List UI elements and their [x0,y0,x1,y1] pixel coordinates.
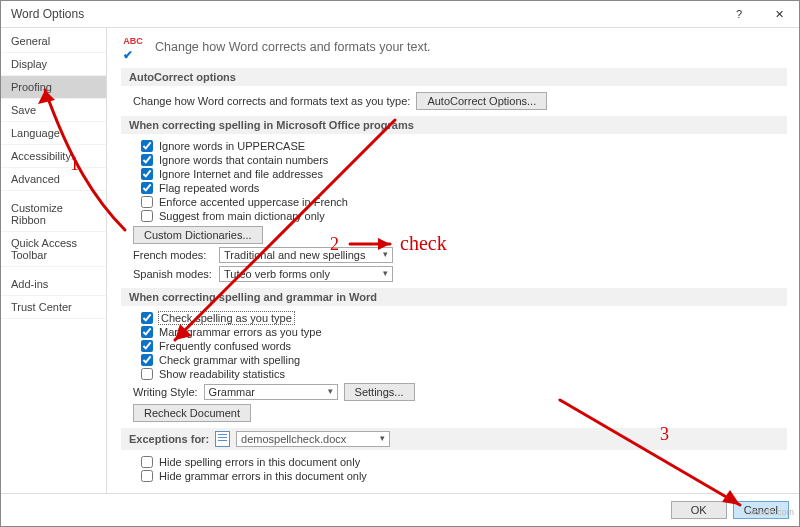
category-sidebar: General Display Proofing Save Language A… [1,28,107,493]
sidebar-item-trust-center[interactable]: Trust Center [1,296,106,319]
autocorrect-text: Change how Word corrects and formats tex… [133,95,410,107]
section-autocorrect: AutoCorrect options [121,68,787,86]
cb-check-grammar-spelling[interactable] [141,354,153,366]
writing-style-label: Writing Style: [133,386,198,398]
sidebar-item-language[interactable]: Language [1,122,106,145]
sidebar-item-customize-ribbon[interactable]: Customize Ribbon [1,197,106,232]
spanish-modes-label: Spanish modes: [133,268,213,280]
section-exceptions: Exceptions for: demospellcheck.docx [121,428,787,450]
section-word-spelling: When correcting spelling and grammar in … [121,288,787,306]
sidebar-item-general[interactable]: General [1,30,106,53]
sidebar-item-accessibility[interactable]: Accessibility [1,145,106,168]
cb-french-accented[interactable] [141,196,153,208]
section-office-spelling: When correcting spelling in Microsoft Of… [121,116,787,134]
close-button[interactable]: ✕ [759,1,799,27]
cb-frequently-confused[interactable] [141,340,153,352]
cb-main-dict-only[interactable] [141,210,153,222]
title-bar: Word Options ? ✕ [1,1,799,28]
proofing-pane: ABC✔ Change how Word corrects and format… [107,28,799,493]
page-description: Change how Word corrects and formats you… [155,40,431,54]
recheck-document-button[interactable]: Recheck Document [133,404,251,422]
sidebar-item-advanced[interactable]: Advanced [1,168,106,191]
dialog-footer: OK Cancel [1,493,799,526]
sidebar-item-proofing[interactable]: Proofing [1,76,106,99]
sidebar-item-quick-access-toolbar[interactable]: Quick Access Toolbar [1,232,106,267]
cb-mark-grammar-type[interactable] [141,326,153,338]
cb-flag-repeated[interactable] [141,182,153,194]
french-modes-dropdown[interactable]: Traditional and new spellings [219,247,393,263]
cb-ignore-internet[interactable] [141,168,153,180]
ok-button[interactable]: OK [671,501,727,519]
exceptions-document-dropdown[interactable]: demospellcheck.docx [236,431,390,447]
cb-hide-spelling-doc[interactable] [141,456,153,468]
writing-style-settings-button[interactable]: Settings... [344,383,415,401]
autocorrect-options-button[interactable]: AutoCorrect Options... [416,92,547,110]
watermark: wsxdn.com [749,507,794,517]
document-icon [215,431,230,447]
cb-readability-stats[interactable] [141,368,153,380]
cb-ignore-uppercase[interactable] [141,140,153,152]
sidebar-item-add-ins[interactable]: Add-ins [1,273,106,296]
writing-style-dropdown[interactable]: Grammar [204,384,338,400]
cb-check-spelling-type[interactable] [141,312,153,324]
sidebar-item-save[interactable]: Save [1,99,106,122]
sidebar-item-display[interactable]: Display [1,53,106,76]
help-button[interactable]: ? [719,1,759,27]
proofing-icon: ABC✔ [121,36,145,58]
custom-dictionaries-button[interactable]: Custom Dictionaries... [133,226,263,244]
window-title: Word Options [11,7,719,21]
spanish-modes-dropdown[interactable]: Tuteo verb forms only [219,266,393,282]
french-modes-label: French modes: [133,249,213,261]
word-options-window: Word Options ? ✕ General Display Proofin… [0,0,800,527]
cb-ignore-numbers[interactable] [141,154,153,166]
cb-hide-grammar-doc[interactable] [141,470,153,482]
